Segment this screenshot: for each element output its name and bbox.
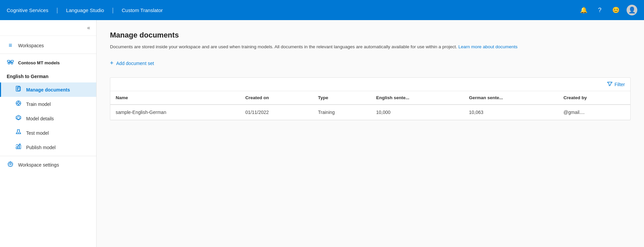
topbar-icons: 🔔 ? 😊 👤 [578,5,637,15]
contoso-mt-label: Contoso MT models [18,60,60,65]
collapse-button[interactable]: « [86,23,92,32]
english-german-label: English to German [7,74,48,79]
col-english-sente: English sente... [371,91,464,105]
add-document-set-button[interactable]: + Add document set [110,58,154,68]
test-model-label: Test model [26,130,49,136]
col-created-by: Created by [558,91,630,105]
publish-model-label: Publish model [26,145,56,150]
user-avatar[interactable]: 👤 [627,5,637,15]
custom-translator-label[interactable]: Custom Translator [122,7,163,13]
col-type: Type [313,91,371,105]
cell-english-sente: 10,000 [371,105,464,120]
col-german-sente: German sente... [464,91,558,105]
help-icon[interactable]: ? [594,5,605,15]
svg-rect-0 [7,60,10,62]
workspaces-label: Workspaces [18,43,44,48]
page-description-text: Documents are stored inside your workspa… [110,44,457,49]
filter-button[interactable]: Filter [607,81,625,87]
sidebar-item-workspace-settings[interactable]: Workspace settings [0,158,96,172]
cell-german-sente: 10,063 [464,105,558,120]
cognitive-services-label[interactable]: Cognitive Services [7,7,48,13]
sidebar-item-model-details[interactable]: Model details [0,111,96,126]
page-title: Manage documents [110,31,631,40]
language-studio-label[interactable]: Language Studio [66,7,104,13]
filter-label: Filter [614,82,625,87]
documents-table-wrapper: Filter Name Created on Type English sent… [110,77,631,120]
svg-rect-22 [19,145,21,149]
sidebar-nav: ≡ Workspaces Contoso MT [0,36,96,247]
table-toolbar: Filter [110,78,630,91]
sidebar-item-manage-documents[interactable]: Manage documents [0,82,96,97]
sidebar-divider-2 [0,156,96,156]
workspace-settings-icon [7,161,14,169]
train-model-icon [15,100,22,108]
sidebar-item-test-model[interactable]: Test model [0,126,96,140]
svg-rect-6 [11,63,13,64]
col-created-on: Created on [240,91,313,105]
content-area: Manage documents Documents are stored in… [97,20,644,247]
svg-rect-5 [8,63,10,64]
col-name: Name [110,91,240,105]
svg-point-19 [18,132,19,133]
workspaces-icon: ≡ [7,42,14,49]
sidebar-item-english-german[interactable]: English to German [0,70,96,82]
cell-created-by: @gmail.... [558,105,630,120]
manage-documents-label: Manage documents [26,87,70,92]
svg-point-13 [17,102,19,104]
contoso-mt-icon [7,59,14,67]
documents-table: Name Created on Type English sente... Ge… [110,91,630,120]
topbar-brand: Cognitive Services | Language Studio | C… [7,7,163,14]
train-model-label: Train model [26,102,51,107]
filter-icon [607,81,612,87]
publish-model-icon [15,143,22,151]
sidebar-collapse-bar: « [0,20,96,36]
topbar-sep2: | [112,7,114,14]
feedback-icon[interactable]: 😊 [610,5,621,15]
table-body: sample-English-German 01/11/2022 Trainin… [110,105,630,120]
model-details-icon [15,115,22,122]
sidebar-item-train-model[interactable]: Train model [0,97,96,111]
sidebar-divider-1 [0,54,96,54]
svg-rect-21 [18,146,19,149]
table-header: Name Created on Type English sente... Ge… [110,91,630,105]
cell-name: sample-English-German [110,105,240,120]
svg-point-23 [10,163,11,165]
main-layout: « ≡ Workspaces [0,20,644,247]
plus-icon: + [110,60,114,67]
svg-rect-1 [11,60,13,62]
topbar: Cognitive Services | Language Studio | C… [0,0,644,20]
workspace-settings-label: Workspace settings [18,162,59,168]
cell-created-on: 01/11/2022 [240,105,313,120]
svg-rect-20 [16,147,17,149]
manage-documents-icon [15,86,22,94]
notification-icon[interactable]: 🔔 [578,5,589,15]
topbar-sep1: | [56,7,58,14]
model-details-label: Model details [26,116,54,121]
sidebar-item-contoso-mt[interactable]: Contoso MT models [0,55,96,70]
table-row[interactable]: sample-English-German 01/11/2022 Trainin… [110,105,630,120]
sidebar-item-workspaces[interactable]: ≡ Workspaces [0,39,96,52]
sidebar: « ≡ Workspaces [0,20,97,247]
test-model-icon [15,129,22,137]
add-document-set-label: Add document set [116,61,154,66]
learn-more-link[interactable]: Learn more about documents [458,44,517,49]
sidebar-item-publish-model[interactable]: Publish model [0,140,96,155]
page-description: Documents are stored inside your workspa… [110,44,631,50]
cell-type: Training [313,105,371,120]
